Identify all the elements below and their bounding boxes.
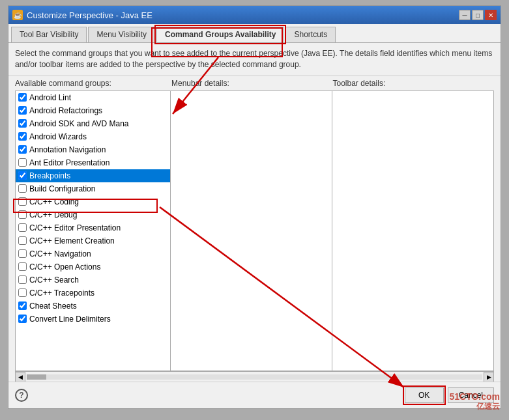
command-group-checkbox[interactable] bbox=[18, 275, 27, 284]
columns-content: Android LintAndroid RefactoringsAndroid … bbox=[15, 91, 494, 371]
command-group-label: C/C++ Tracepoints bbox=[29, 288, 95, 298]
list-item[interactable]: C/C++ Tracepoints bbox=[16, 287, 170, 300]
command-group-checkbox[interactable] bbox=[18, 236, 27, 245]
command-group-label: C/C++ Element Creation bbox=[29, 236, 115, 245]
command-group-checkbox[interactable] bbox=[18, 288, 27, 297]
app-icon: ☕ bbox=[12, 10, 23, 20]
description-text: Select the command groups that you want … bbox=[8, 43, 501, 76]
command-group-checkbox[interactable] bbox=[18, 249, 27, 258]
list-item[interactable]: Cheat Sheets bbox=[16, 300, 170, 313]
list-item[interactable]: Android Refactorings bbox=[16, 104, 170, 117]
scroll-right-button[interactable]: ▶ bbox=[484, 372, 494, 382]
horizontal-scrollbar[interactable]: ◀ ▶ bbox=[15, 371, 494, 382]
command-group-label: Ant Editor Presentation bbox=[29, 158, 109, 167]
window-title: Customize Perspective - Java EE bbox=[27, 10, 153, 20]
list-item[interactable]: Android Lint bbox=[16, 91, 170, 104]
list-item[interactable]: C/C++ Open Actions bbox=[16, 260, 170, 273]
command-group-checkbox[interactable] bbox=[18, 171, 27, 180]
command-group-checkbox[interactable] bbox=[18, 93, 27, 102]
command-group-checkbox[interactable] bbox=[18, 184, 27, 193]
command-group-label: Build Configuration bbox=[29, 184, 95, 193]
list-item[interactable]: Android Wizards bbox=[16, 130, 170, 143]
list-item[interactable]: C/C++ Element Creation bbox=[16, 234, 170, 247]
dialog-content: Tool Bar Visibility Menu Visibility Comm… bbox=[8, 24, 501, 408]
list-item[interactable]: Android SDK and AVD Mana bbox=[16, 117, 170, 130]
minimize-button[interactable]: ─ bbox=[459, 10, 471, 20]
close-button[interactable]: ✕ bbox=[485, 10, 497, 20]
tab-bar: Tool Bar Visibility Menu Visibility Comm… bbox=[8, 24, 501, 43]
available-header: Available command groups: bbox=[15, 79, 171, 88]
list-item[interactable]: Ant Editor Presentation bbox=[16, 156, 170, 169]
command-group-label: Android Wizards bbox=[29, 132, 87, 141]
watermark2: 亿速云 bbox=[476, 401, 500, 412]
command-group-checkbox[interactable] bbox=[18, 301, 27, 310]
command-group-label: C/C++ Open Actions bbox=[29, 262, 100, 272]
menubar-header: Menubar details: bbox=[171, 79, 333, 88]
list-item[interactable]: C/C++ Editor Presentation bbox=[16, 221, 170, 234]
command-group-label: Breakpoints bbox=[29, 171, 70, 180]
main-window: ☕ Customize Perspective - Java EE ─ □ ✕ … bbox=[8, 5, 501, 409]
command-group-label: Android SDK and AVD Mana bbox=[29, 119, 129, 128]
toolbar-header: Toolbar details: bbox=[333, 79, 495, 88]
title-bar: ☕ Customize Perspective - Java EE ─ □ ✕ bbox=[8, 6, 501, 24]
command-group-checkbox[interactable] bbox=[18, 119, 27, 128]
command-group-checkbox[interactable] bbox=[18, 315, 27, 323]
ok-button[interactable]: OK bbox=[405, 387, 444, 403]
tab-command-groups[interactable]: Command Groups Availability bbox=[156, 27, 284, 42]
list-item[interactable]: C/C++ Search bbox=[16, 273, 170, 287]
scroll-left-button[interactable]: ◀ bbox=[15, 372, 25, 382]
scroll-track[interactable] bbox=[27, 374, 482, 380]
command-group-label: Cheat Sheets bbox=[29, 301, 77, 311]
tab-toolbar-visibility[interactable]: Tool Bar Visibility bbox=[11, 27, 87, 42]
command-group-checkbox[interactable] bbox=[18, 223, 27, 232]
scroll-thumb[interactable] bbox=[27, 374, 46, 380]
command-group-checkbox[interactable] bbox=[18, 197, 27, 206]
list-item[interactable]: C/C++ Debug bbox=[16, 208, 170, 221]
title-buttons: ─ □ ✕ bbox=[459, 10, 497, 20]
command-group-label: C/C++ Search bbox=[29, 275, 79, 285]
list-item[interactable]: Convert Line Delimiters bbox=[16, 313, 170, 326]
list-item[interactable]: Build Configuration bbox=[16, 182, 170, 195]
columns-header: Available command groups: Menubar detail… bbox=[8, 76, 501, 91]
list-item[interactable]: Breakpoints bbox=[16, 169, 170, 182]
command-group-label: Annotation Navigation bbox=[29, 145, 106, 154]
watermark1: 51CTO.com bbox=[449, 391, 500, 402]
maximize-button[interactable]: □ bbox=[472, 10, 484, 20]
command-group-checkbox[interactable] bbox=[18, 262, 27, 271]
title-bar-left: ☕ Customize Perspective - Java EE bbox=[12, 10, 153, 20]
command-group-label: Android Lint bbox=[29, 93, 71, 102]
toolbar-detail bbox=[332, 91, 493, 371]
command-group-label: C/C++ Debug bbox=[29, 210, 77, 219]
command-group-checkbox[interactable] bbox=[18, 158, 27, 167]
command-group-checkbox[interactable] bbox=[18, 132, 27, 141]
command-group-label: Convert Line Delimiters bbox=[29, 315, 111, 324]
tab-shortcuts[interactable]: Shortcuts bbox=[285, 27, 336, 42]
list-item[interactable]: C/C++ Navigation bbox=[16, 247, 170, 260]
command-group-checkbox[interactable] bbox=[18, 145, 27, 154]
list-item[interactable]: Annotation Navigation bbox=[16, 143, 170, 156]
command-groups-list[interactable]: Android LintAndroid RefactoringsAndroid … bbox=[16, 91, 171, 371]
bottom-bar: ? OK Cancel bbox=[8, 382, 501, 408]
command-group-label: C/C++ Editor Presentation bbox=[29, 223, 121, 232]
command-group-label: Android Refactorings bbox=[29, 106, 102, 115]
list-item[interactable]: C/C++ Coding bbox=[16, 195, 170, 208]
help-button[interactable]: ? bbox=[15, 389, 28, 402]
tab-menu-visibility[interactable]: Menu Visibility bbox=[88, 27, 154, 42]
command-group-checkbox[interactable] bbox=[18, 210, 27, 219]
command-group-label: C/C++ Navigation bbox=[29, 249, 91, 259]
menubar-detail bbox=[171, 91, 332, 371]
command-group-label: C/C++ Coding bbox=[29, 197, 79, 206]
command-group-checkbox[interactable] bbox=[18, 106, 27, 115]
